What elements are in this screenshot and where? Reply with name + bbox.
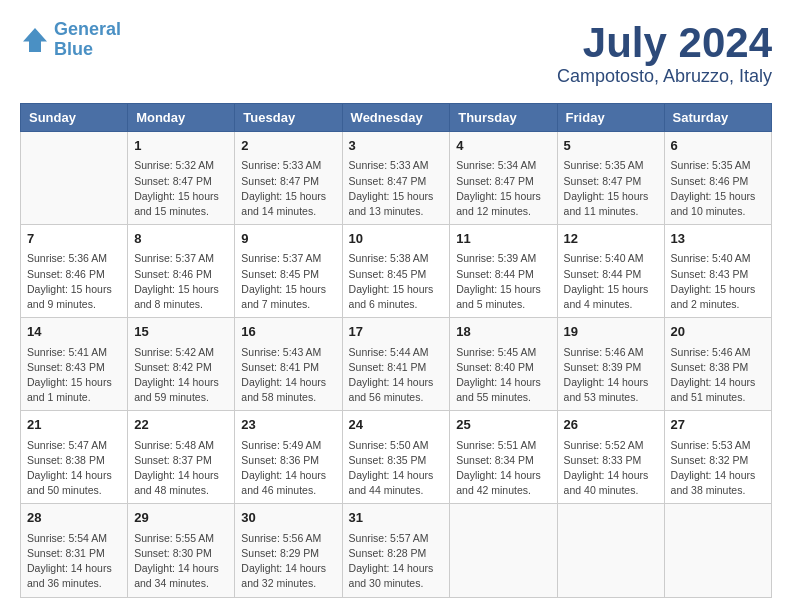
day-info: Sunrise: 5:36 AMSunset: 8:46 PMDaylight:… [27, 251, 121, 312]
day-number: 1 [134, 137, 228, 155]
calendar-cell: 31 Sunrise: 5:57 AMSunset: 8:28 PMDaylig… [342, 504, 450, 597]
day-number: 31 [349, 509, 444, 527]
day-info: Sunrise: 5:47 AMSunset: 8:38 PMDaylight:… [27, 438, 121, 499]
day-info: Sunrise: 5:52 AMSunset: 8:33 PMDaylight:… [564, 438, 658, 499]
calendar-cell [450, 504, 557, 597]
day-number: 2 [241, 137, 335, 155]
day-info: Sunrise: 5:55 AMSunset: 8:30 PMDaylight:… [134, 531, 228, 592]
day-number: 23 [241, 416, 335, 434]
day-number: 16 [241, 323, 335, 341]
page-header: General Blue July 2024 Campotosto, Abruz… [20, 20, 772, 87]
day-number: 6 [671, 137, 765, 155]
day-number: 4 [456, 137, 550, 155]
logo-icon [20, 25, 50, 55]
day-info: Sunrise: 5:32 AMSunset: 8:47 PMDaylight:… [134, 158, 228, 219]
day-number: 22 [134, 416, 228, 434]
day-info: Sunrise: 5:45 AMSunset: 8:40 PMDaylight:… [456, 345, 550, 406]
calendar-body: 1 Sunrise: 5:32 AMSunset: 8:47 PMDayligh… [21, 132, 772, 597]
calendar-cell: 6 Sunrise: 5:35 AMSunset: 8:46 PMDayligh… [664, 132, 771, 225]
weekday-header: Sunday [21, 104, 128, 132]
day-number: 19 [564, 323, 658, 341]
day-number: 30 [241, 509, 335, 527]
day-number: 26 [564, 416, 658, 434]
day-info: Sunrise: 5:42 AMSunset: 8:42 PMDaylight:… [134, 345, 228, 406]
calendar-cell: 18 Sunrise: 5:45 AMSunset: 8:40 PMDaylig… [450, 318, 557, 411]
day-info: Sunrise: 5:53 AMSunset: 8:32 PMDaylight:… [671, 438, 765, 499]
calendar-cell: 28 Sunrise: 5:54 AMSunset: 8:31 PMDaylig… [21, 504, 128, 597]
calendar-cell: 15 Sunrise: 5:42 AMSunset: 8:42 PMDaylig… [128, 318, 235, 411]
day-number: 10 [349, 230, 444, 248]
day-number: 18 [456, 323, 550, 341]
calendar-cell: 12 Sunrise: 5:40 AMSunset: 8:44 PMDaylig… [557, 225, 664, 318]
calendar-week-row: 1 Sunrise: 5:32 AMSunset: 8:47 PMDayligh… [21, 132, 772, 225]
day-number: 5 [564, 137, 658, 155]
calendar-week-row: 14 Sunrise: 5:41 AMSunset: 8:43 PMDaylig… [21, 318, 772, 411]
day-number: 21 [27, 416, 121, 434]
day-number: 24 [349, 416, 444, 434]
weekday-header: Tuesday [235, 104, 342, 132]
calendar-week-row: 28 Sunrise: 5:54 AMSunset: 8:31 PMDaylig… [21, 504, 772, 597]
day-number: 17 [349, 323, 444, 341]
day-info: Sunrise: 5:46 AMSunset: 8:39 PMDaylight:… [564, 345, 658, 406]
day-number: 14 [27, 323, 121, 341]
svg-marker-0 [23, 28, 47, 52]
weekday-header: Thursday [450, 104, 557, 132]
calendar-header-row: SundayMondayTuesdayWednesdayThursdayFrid… [21, 104, 772, 132]
calendar-cell: 21 Sunrise: 5:47 AMSunset: 8:38 PMDaylig… [21, 411, 128, 504]
day-info: Sunrise: 5:50 AMSunset: 8:35 PMDaylight:… [349, 438, 444, 499]
day-number: 20 [671, 323, 765, 341]
calendar-cell: 26 Sunrise: 5:52 AMSunset: 8:33 PMDaylig… [557, 411, 664, 504]
calendar-cell: 7 Sunrise: 5:36 AMSunset: 8:46 PMDayligh… [21, 225, 128, 318]
day-number: 12 [564, 230, 658, 248]
calendar-cell [664, 504, 771, 597]
calendar-cell: 16 Sunrise: 5:43 AMSunset: 8:41 PMDaylig… [235, 318, 342, 411]
calendar-cell: 29 Sunrise: 5:55 AMSunset: 8:30 PMDaylig… [128, 504, 235, 597]
day-number: 25 [456, 416, 550, 434]
day-info: Sunrise: 5:54 AMSunset: 8:31 PMDaylight:… [27, 531, 121, 592]
day-info: Sunrise: 5:38 AMSunset: 8:45 PMDaylight:… [349, 251, 444, 312]
calendar-cell: 5 Sunrise: 5:35 AMSunset: 8:47 PMDayligh… [557, 132, 664, 225]
calendar-cell: 8 Sunrise: 5:37 AMSunset: 8:46 PMDayligh… [128, 225, 235, 318]
calendar-cell: 20 Sunrise: 5:46 AMSunset: 8:38 PMDaylig… [664, 318, 771, 411]
day-info: Sunrise: 5:39 AMSunset: 8:44 PMDaylight:… [456, 251, 550, 312]
calendar-cell: 4 Sunrise: 5:34 AMSunset: 8:47 PMDayligh… [450, 132, 557, 225]
day-number: 13 [671, 230, 765, 248]
day-info: Sunrise: 5:37 AMSunset: 8:46 PMDaylight:… [134, 251, 228, 312]
day-info: Sunrise: 5:33 AMSunset: 8:47 PMDaylight:… [349, 158, 444, 219]
calendar-cell: 13 Sunrise: 5:40 AMSunset: 8:43 PMDaylig… [664, 225, 771, 318]
location-title: Campotosto, Abruzzo, Italy [557, 66, 772, 87]
calendar-cell: 1 Sunrise: 5:32 AMSunset: 8:47 PMDayligh… [128, 132, 235, 225]
calendar-cell: 3 Sunrise: 5:33 AMSunset: 8:47 PMDayligh… [342, 132, 450, 225]
day-number: 29 [134, 509, 228, 527]
day-info: Sunrise: 5:43 AMSunset: 8:41 PMDaylight:… [241, 345, 335, 406]
title-block: July 2024 Campotosto, Abruzzo, Italy [557, 20, 772, 87]
day-number: 9 [241, 230, 335, 248]
weekday-header: Friday [557, 104, 664, 132]
calendar-cell: 10 Sunrise: 5:38 AMSunset: 8:45 PMDaylig… [342, 225, 450, 318]
day-info: Sunrise: 5:51 AMSunset: 8:34 PMDaylight:… [456, 438, 550, 499]
calendar-cell: 27 Sunrise: 5:53 AMSunset: 8:32 PMDaylig… [664, 411, 771, 504]
calendar-cell: 11 Sunrise: 5:39 AMSunset: 8:44 PMDaylig… [450, 225, 557, 318]
calendar-cell [21, 132, 128, 225]
logo-text: General Blue [54, 20, 121, 60]
day-number: 27 [671, 416, 765, 434]
day-info: Sunrise: 5:48 AMSunset: 8:37 PMDaylight:… [134, 438, 228, 499]
calendar-week-row: 21 Sunrise: 5:47 AMSunset: 8:38 PMDaylig… [21, 411, 772, 504]
calendar-cell: 14 Sunrise: 5:41 AMSunset: 8:43 PMDaylig… [21, 318, 128, 411]
day-info: Sunrise: 5:37 AMSunset: 8:45 PMDaylight:… [241, 251, 335, 312]
calendar-cell: 19 Sunrise: 5:46 AMSunset: 8:39 PMDaylig… [557, 318, 664, 411]
calendar-cell: 24 Sunrise: 5:50 AMSunset: 8:35 PMDaylig… [342, 411, 450, 504]
logo: General Blue [20, 20, 121, 60]
day-number: 15 [134, 323, 228, 341]
day-number: 11 [456, 230, 550, 248]
day-info: Sunrise: 5:49 AMSunset: 8:36 PMDaylight:… [241, 438, 335, 499]
day-info: Sunrise: 5:35 AMSunset: 8:47 PMDaylight:… [564, 158, 658, 219]
day-info: Sunrise: 5:34 AMSunset: 8:47 PMDaylight:… [456, 158, 550, 219]
day-info: Sunrise: 5:33 AMSunset: 8:47 PMDaylight:… [241, 158, 335, 219]
calendar-cell [557, 504, 664, 597]
day-number: 28 [27, 509, 121, 527]
calendar-cell: 9 Sunrise: 5:37 AMSunset: 8:45 PMDayligh… [235, 225, 342, 318]
day-info: Sunrise: 5:40 AMSunset: 8:44 PMDaylight:… [564, 251, 658, 312]
day-info: Sunrise: 5:44 AMSunset: 8:41 PMDaylight:… [349, 345, 444, 406]
calendar-cell: 22 Sunrise: 5:48 AMSunset: 8:37 PMDaylig… [128, 411, 235, 504]
